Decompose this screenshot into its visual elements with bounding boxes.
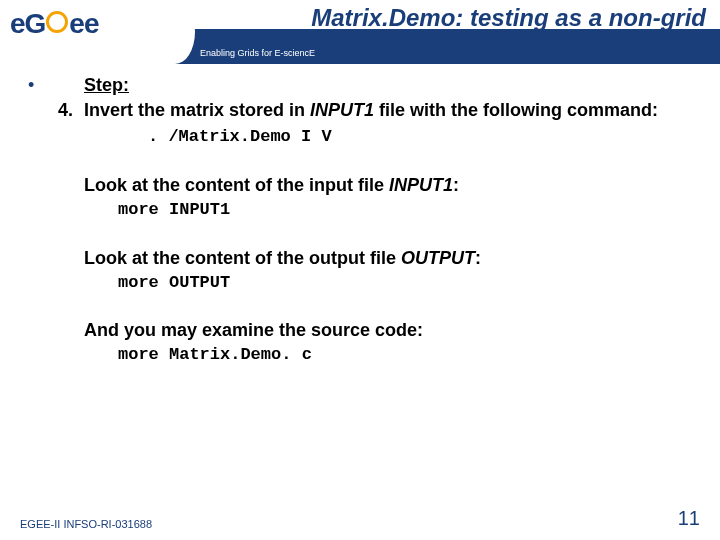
slide-header: e G e e Enabling Grids for E-sciencE Mat… [0,0,720,64]
step-number: 4. [58,99,84,122]
text: file with the following command: [374,100,658,120]
look-output: Look at the content of the output file O… [28,247,692,270]
logo-letter: e [10,8,25,40]
command: more OUTPUT [28,272,692,294]
page-number: 11 [678,507,700,530]
text: : [475,248,481,268]
filename: INPUT1 [389,175,453,195]
command: more INPUT1 [28,199,692,221]
command: . /Matrix.Demo I V [28,126,692,148]
logo-letter: e [84,8,99,40]
step-row: • Step: [28,74,692,97]
slide-title: Matrix.Demo: testing as a non-grid appli… [206,4,706,59]
spacer [58,74,84,97]
step4-text: Invert the matrix stored in INPUT1 file … [84,99,692,122]
egee-logo: e G e e [10,8,99,40]
filename: INPUT1 [310,100,374,120]
title-line1: Matrix.Demo: testing as a non-grid [311,4,706,31]
logo-letter: G [25,8,46,40]
footer-ref: EGEE-II INFSO-RI-031688 [20,518,152,530]
logo-letter: e [69,8,84,40]
filename: OUTPUT [401,248,475,268]
slide-footer: EGEE-II INFSO-RI-031688 11 [0,507,720,530]
step4-row: 4. Invert the matrix stored in INPUT1 fi… [28,99,692,122]
command: more Matrix.Demo. c [28,344,692,366]
logo-ring-icon [46,11,68,33]
title-line2: application [579,32,706,59]
step-label: Step: [84,74,692,97]
text: : [453,175,459,195]
examine-text: And you may examine the source code: [28,319,692,342]
logo-container: e G e e [0,0,175,64]
spacer [28,99,58,122]
bullet-icon: • [28,74,58,97]
text: Look at the content of the output file [84,248,401,268]
text: Invert the matrix stored in [84,100,310,120]
slide-body: • Step: 4. Invert the matrix stored in I… [0,64,720,366]
text: Look at the content of the input file [84,175,389,195]
look-input: Look at the content of the input file IN… [28,174,692,197]
